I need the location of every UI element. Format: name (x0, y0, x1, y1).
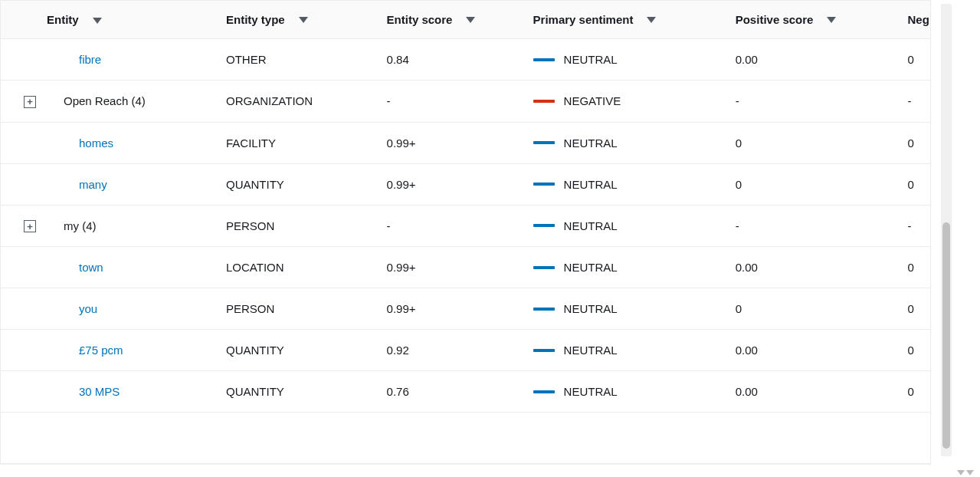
entity-cell: Open Reach (4) (47, 81, 226, 123)
entity-text: Open Reach (4) (44, 94, 146, 107)
entity-cell: my (4) (47, 206, 226, 248)
sentiment-label: NEUTRAL (564, 385, 618, 398)
column-entity-type[interactable]: Entity type (226, 1, 387, 39)
entity-link[interactable]: you (79, 302, 97, 315)
sort-icon[interactable] (466, 17, 475, 23)
entity-link[interactable]: 30 MPS (79, 385, 120, 398)
entity-type-cell: OTHER (226, 39, 387, 81)
sort-icon[interactable] (827, 17, 836, 23)
negative-score-cell: 0 (908, 371, 931, 413)
positive-score-cell: 0.00 (736, 247, 908, 288)
entity-type-cell: PERSON (226, 288, 387, 330)
table-scroll-region[interactable]: Entity Entity type Entity score (1, 1, 930, 463)
positive-score-cell: - (736, 81, 908, 123)
entity-cell: you (47, 288, 226, 330)
sentiment-bar-icon (533, 141, 555, 144)
expand-cell (1, 330, 47, 371)
sentiment-cell: NEUTRAL (533, 206, 736, 248)
column-positive-score[interactable]: Positive score (736, 1, 908, 39)
sentiment-label: NEUTRAL (564, 302, 618, 315)
sentiment-cell: NEUTRAL (533, 39, 736, 81)
entity-link[interactable]: £75 pcm (79, 344, 123, 357)
entity-cell: fibre (47, 39, 226, 81)
sentiment-label: NEUTRAL (564, 137, 618, 150)
expand-cell (1, 123, 47, 164)
sentiment-bar-icon (533, 58, 555, 61)
sentiment-cell: NEUTRAL (533, 371, 736, 413)
expand-icon[interactable]: + (24, 96, 36, 108)
negative-score-cell: 0 (908, 123, 931, 164)
entity-table-container: Entity Entity type Entity score (0, 0, 931, 464)
positive-score-cell: 0.00 (736, 371, 908, 413)
entity-score-cell: 0.99+ (387, 288, 533, 330)
entity-type-cell: QUANTITY (226, 164, 387, 206)
positive-score-cell: - (736, 206, 908, 248)
sentiment-bar-icon (533, 100, 555, 103)
column-entity-score[interactable]: Entity score (387, 1, 533, 39)
entity-type-cell: LOCATION (226, 247, 387, 288)
sentiment-label: NEUTRAL (564, 53, 618, 66)
positive-score-cell: 0 (736, 123, 908, 164)
column-positive-score-label: Positive score (736, 13, 814, 26)
sort-icon[interactable] (647, 17, 656, 23)
entity-table: Entity Entity type Entity score (1, 1, 930, 413)
negative-score-cell: - (908, 81, 931, 123)
entity-text: my (4) (44, 219, 97, 232)
sentiment-label: NEUTRAL (564, 261, 618, 274)
negative-score-cell: 0 (908, 288, 931, 330)
entity-type-cell: QUANTITY (226, 371, 387, 413)
column-expand (1, 1, 47, 39)
entity-link[interactable]: many (79, 178, 107, 191)
sentiment-cell: NEUTRAL (533, 123, 736, 164)
scrollbar-thumb[interactable] (942, 222, 950, 449)
entity-score-cell: 0.84 (387, 39, 533, 81)
sort-icon[interactable] (93, 18, 102, 24)
scroll-arrow-down-icon[interactable] (966, 470, 974, 475)
sentiment-bar-icon (533, 224, 555, 227)
vertical-scrollbar[interactable] (941, 4, 952, 456)
column-entity-score-label: Entity score (387, 13, 453, 26)
table-row: fibreOTHER0.84NEUTRAL0.000 (1, 39, 930, 81)
entity-link[interactable]: town (79, 261, 103, 274)
table-row: 30 MPSQUANTITY0.76NEUTRAL0.000 (1, 371, 930, 413)
expand-cell (1, 288, 47, 330)
sentiment-label: NEUTRAL (564, 178, 618, 191)
positive-score-cell: 0.00 (736, 330, 908, 371)
sentiment-label: NEGATIVE (564, 94, 621, 107)
column-entity[interactable]: Entity (47, 1, 226, 39)
entity-score-cell: - (387, 206, 533, 248)
expand-icon[interactable]: + (24, 220, 36, 232)
positive-score-cell: 0 (736, 288, 908, 330)
expand-cell (1, 39, 47, 81)
sentiment-bar-icon (533, 390, 555, 393)
table-row: +Open Reach (4)ORGANIZATION-NEGATIVE-- (1, 81, 930, 123)
table-row: townLOCATION0.99+NEUTRAL0.000 (1, 247, 930, 288)
entity-link[interactable]: homes (79, 137, 113, 150)
column-primary-sentiment[interactable]: Primary sentiment (533, 1, 736, 39)
entity-cell: £75 pcm (47, 330, 226, 371)
entity-type-cell: FACILITY (226, 123, 387, 164)
sentiment-bar-icon (533, 183, 555, 186)
expand-cell (1, 247, 47, 288)
sentiment-bar-icon (533, 266, 555, 269)
sort-icon[interactable] (299, 17, 308, 23)
scroll-arrow-down-icon[interactable] (957, 470, 965, 475)
entity-link[interactable]: fibre (79, 53, 101, 66)
sentiment-label: NEUTRAL (564, 344, 618, 357)
negative-score-cell: 0 (908, 164, 931, 206)
expand-cell (1, 164, 47, 206)
entity-score-cell: 0.99+ (387, 123, 533, 164)
column-negative-score[interactable]: Neg (908, 1, 931, 39)
table-row: manyQUANTITY0.99+NEUTRAL00 (1, 164, 930, 206)
sentiment-cell: NEUTRAL (533, 164, 736, 206)
sentiment-cell: NEGATIVE (533, 81, 736, 123)
entity-cell: many (47, 164, 226, 206)
table-row: youPERSON0.99+NEUTRAL00 (1, 288, 930, 330)
entity-score-cell: 0.99+ (387, 164, 533, 206)
column-entity-type-label: Entity type (226, 13, 285, 26)
entity-cell: town (47, 247, 226, 288)
positive-score-cell: 0.00 (736, 39, 908, 81)
table-row: homesFACILITY0.99+NEUTRAL00 (1, 123, 930, 164)
column-primary-sentiment-label: Primary sentiment (533, 13, 634, 26)
negative-score-cell: 0 (908, 39, 931, 81)
